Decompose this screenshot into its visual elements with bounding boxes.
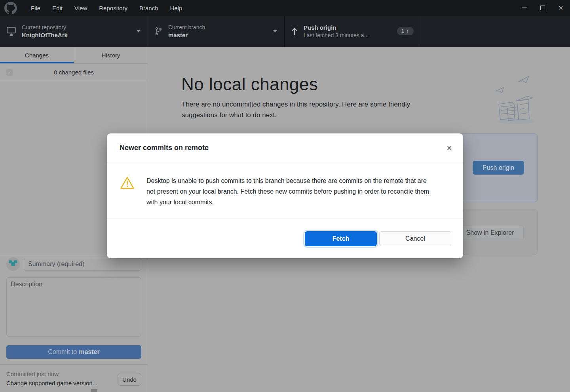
dialog-body: Desktop is unable to push commits to thi… [107, 162, 463, 219]
chevron-down-icon [137, 30, 141, 32]
fetch-button[interactable]: Fetch [305, 231, 377, 246]
tab-changes-label: Changes [25, 52, 49, 59]
newer-commits-dialog: Newer commits on remote ✕ Desktop is una… [107, 133, 463, 258]
dialog-title: Newer commits on remote [120, 144, 209, 152]
select-all-checkbox[interactable]: ✓ [6, 69, 13, 76]
menu-view[interactable]: View [68, 0, 93, 16]
page-title: No local changes [181, 74, 318, 94]
close-icon: ✕ [559, 4, 564, 11]
page-subtitle: There are no uncommitted changes in this… [182, 99, 446, 120]
minimize-icon [522, 8, 527, 8]
menu-edit[interactable]: Edit [46, 0, 68, 16]
avatar-identicon [6, 257, 20, 271]
push-origin-toolbar-button[interactable]: Push origin Last fetched 3 minutes a... … [285, 16, 420, 47]
push-origin-card-button[interactable]: Push origin [473, 161, 524, 175]
maximize-button[interactable] [534, 0, 552, 16]
commit-form: Commit tomaster [0, 254, 148, 364]
titlebar: File Edit View Repository Branch Help ✕ [0, 0, 570, 16]
current-repository-label: Current repository [22, 24, 68, 31]
dialog-close-button[interactable]: ✕ [444, 143, 454, 153]
commit-button[interactable]: Commit tomaster [6, 345, 141, 359]
description-input[interactable] [6, 277, 141, 337]
current-repository-selector[interactable]: Current repository KnightOfTheArk [0, 16, 148, 47]
push-origin-subtitle: Last fetched 3 minutes a... [304, 32, 369, 39]
arrow-up-icon [291, 27, 298, 36]
dialog-header: Newer commits on remote ✕ [107, 133, 463, 162]
menu-repository[interactable]: Repository [93, 0, 133, 16]
menu-branch[interactable]: Branch [133, 0, 164, 16]
tab-changes[interactable]: Changes [0, 47, 74, 63]
sidebar-tabs: Changes History [0, 47, 148, 64]
show-in-explorer-button[interactable]: Show in Explorer [456, 226, 524, 240]
tab-history[interactable]: History [74, 47, 148, 63]
git-branch-icon [155, 27, 162, 36]
menu-bar: File Edit View Repository Branch Help [25, 0, 188, 16]
commit-button-branch: master [79, 348, 99, 355]
current-branch-selector[interactable]: Current branch master [148, 16, 285, 47]
toolbar: Current repository KnightOfTheArk Curren… [0, 16, 570, 47]
push-origin-title: Push origin [304, 24, 369, 32]
menu-file[interactable]: File [25, 0, 46, 16]
github-logo-icon [4, 2, 17, 14]
close-button[interactable]: ✕ [552, 0, 570, 16]
dialog-message: Desktop is unable to push commits to thi… [146, 175, 437, 219]
commit-button-prefix: Commit to [48, 348, 77, 355]
cancel-button[interactable]: Cancel [379, 231, 451, 246]
last-commit-bar: Committed just now Change supported game… [0, 364, 148, 392]
ahead-commits-badge: 1 ↑ [397, 27, 414, 35]
warning-icon [120, 176, 135, 219]
computer-icon [7, 27, 16, 36]
dialog-footer: Fetch Cancel [107, 219, 463, 258]
menu-help[interactable]: Help [164, 0, 188, 16]
avatar [6, 257, 20, 271]
current-branch-value: master [168, 31, 205, 39]
maximize-icon [540, 6, 545, 10]
no-changes-illustration [495, 73, 539, 125]
summary-input[interactable] [24, 258, 141, 271]
toolbar-filler [420, 16, 570, 47]
window-controls: ✕ [515, 0, 570, 16]
undo-button[interactable]: Undo [118, 373, 141, 386]
active-tab-underline [0, 62, 74, 63]
minimize-button[interactable] [515, 0, 534, 16]
app-window: File Edit View Repository Branch Help ✕ … [0, 0, 570, 392]
chevron-down-icon [273, 30, 277, 32]
changed-files-row: ✓ 0 changed files [0, 64, 148, 81]
current-branch-label: Current branch [168, 24, 205, 31]
scrollbar-artifact [91, 389, 97, 392]
changed-files-count: 0 changed files [0, 69, 148, 76]
current-repository-value: KnightOfTheArk [22, 31, 68, 39]
tab-history-label: History [102, 52, 120, 59]
